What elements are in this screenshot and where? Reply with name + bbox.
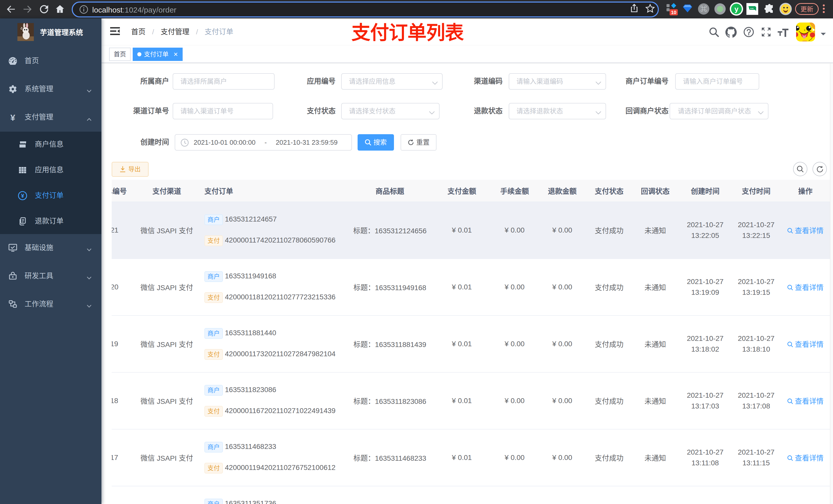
svg-text:y: y [734,5,738,13]
svg-text:⌘: ⌘ [700,5,707,13]
svg-text:¥: ¥ [21,193,24,199]
svg-text:10: 10 [671,10,676,15]
